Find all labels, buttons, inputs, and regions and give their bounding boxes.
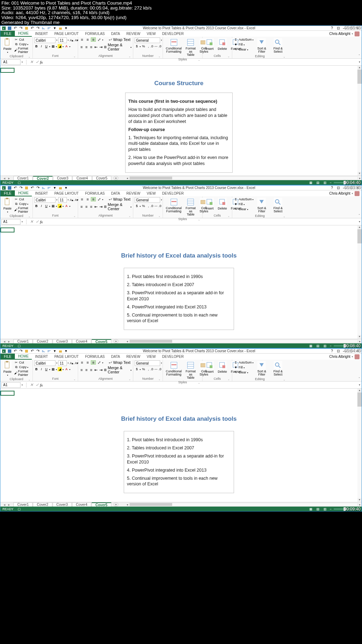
number-format-selector[interactable]: General	[135, 360, 160, 366]
underline-button[interactable]: U	[44, 44, 48, 48]
qat-undo-icon[interactable]: ↶	[13, 186, 17, 190]
user-avatar[interactable]	[355, 31, 360, 36]
fill-button[interactable]: ▼Fill▾	[234, 365, 253, 370]
tab-data[interactable]: DATA	[108, 190, 123, 196]
sheet-tab-cover3[interactable]: Cover3	[53, 339, 72, 344]
qat-dropdown-icon[interactable]: ▾	[64, 349, 68, 353]
view-page-break-icon[interactable]: ▥	[322, 507, 327, 511]
vertical-scrollbar[interactable]: ▴ ▾	[357, 66, 362, 176]
ribbon-display-options-icon[interactable]: ⊡	[336, 26, 340, 30]
conditional-formatting-button[interactable]: Conditional Formatting	[164, 360, 183, 377]
tab-formulas[interactable]: FORMULAS	[82, 190, 108, 196]
align-right-icon[interactable]: ≡	[89, 368, 93, 372]
percent-icon[interactable]: %	[141, 204, 146, 208]
increase-indent-icon[interactable]: ⇥	[99, 205, 103, 209]
format-as-table-button[interactable]: Format as Table	[184, 360, 197, 380]
italic-button[interactable]: I	[39, 44, 43, 48]
align-center-icon[interactable]: ≡	[84, 368, 89, 372]
view-normal-icon[interactable]: ▦	[308, 344, 313, 348]
horizontal-scrollbar[interactable]: ◂ ▸	[125, 339, 362, 343]
qat-redo-icon[interactable]: ↷	[19, 26, 23, 30]
qat-sort-desc-icon[interactable]	[47, 349, 51, 353]
qat-save-icon[interactable]	[7, 349, 12, 353]
help-button[interactable]: ?	[330, 349, 334, 353]
qat-undo-icon[interactable]: ↶	[13, 26, 17, 30]
increase-decimal-icon[interactable]: .0→	[151, 204, 156, 208]
underline-button[interactable]: U	[44, 204, 48, 208]
qat-btn2[interactable]: ▾	[53, 349, 57, 353]
delete-cells-button[interactable]: Delete	[216, 360, 228, 374]
conditional-formatting-button[interactable]: Conditional Formatting	[164, 197, 183, 214]
clear-button[interactable]: ✎Clear▾	[234, 207, 253, 211]
qat-sort-asc-icon[interactable]	[41, 26, 46, 30]
format-as-table-button[interactable]: Format as Table	[184, 37, 197, 57]
orientation-icon[interactable]: ⤢	[97, 37, 101, 42]
tab-developer[interactable]: DEVELOPER	[159, 190, 187, 196]
accounting-icon[interactable]: $	[135, 44, 139, 48]
tab-insert[interactable]: INSERT	[32, 354, 51, 360]
increase-font-icon[interactable]: A▴	[70, 38, 74, 42]
underline-button[interactable]: U	[44, 367, 48, 371]
sheet-tab-cover2[interactable]: Cover2	[33, 502, 52, 507]
vscroll-thumb[interactable]	[357, 392, 362, 407]
tab-page-layout[interactable]: PAGE LAYOUT	[51, 190, 82, 196]
font-size-selector[interactable]: 11	[58, 197, 67, 203]
autosum-button[interactable]: ΣAutoSum▾	[234, 197, 253, 201]
view-page-break-icon[interactable]: ▥	[322, 181, 327, 184]
tab-developer[interactable]: DEVELOPER	[159, 31, 187, 37]
autosum-button[interactable]: ΣAutoSum▾	[234, 360, 253, 365]
qat-redo2-icon[interactable]: ↷	[36, 349, 40, 353]
view-page-layout-icon[interactable]: ▤	[315, 507, 320, 511]
wrap-text-button[interactable]: Wrap Text	[113, 37, 130, 42]
qat-btn[interactable]	[24, 349, 29, 353]
tab-home[interactable]: HOME	[15, 31, 32, 37]
scroll-down-icon[interactable]: ▾	[357, 498, 362, 502]
tab-nav-prev-icon[interactable]: ▸	[7, 176, 11, 180]
fx-icon[interactable]: fx	[40, 220, 46, 224]
clear-button[interactable]: ✎Clear▾	[234, 47, 253, 52]
autosum-button[interactable]: ΣAutoSum▾	[234, 37, 253, 42]
user-dropdown-icon[interactable]: ▾	[352, 192, 353, 195]
worksheet-area[interactable]: Course Structure This course (first in t…	[0, 66, 362, 176]
font-color-icon[interactable]: A	[64, 367, 69, 371]
qat-redo2-icon[interactable]: ↷	[36, 26, 40, 30]
cut-button[interactable]: ✂Cut	[14, 37, 31, 42]
italic-button[interactable]: I	[39, 204, 43, 208]
borders-icon[interactable]: ▦	[51, 44, 55, 48]
tab-nav-first-icon[interactable]: ◂	[2, 176, 6, 180]
hscroll-track[interactable]	[129, 339, 358, 343]
collapse-ribbon-icon[interactable]: ˄	[358, 54, 360, 58]
view-page-break-icon[interactable]: ▥	[322, 344, 327, 348]
qat-btn[interactable]	[24, 186, 29, 190]
number-format-selector[interactable]: General	[135, 197, 160, 203]
help-button[interactable]: ?	[330, 186, 334, 190]
decrease-indent-icon[interactable]: ⇤	[94, 45, 98, 49]
tab-view[interactable]: VIEW	[144, 190, 159, 196]
user-name[interactable]: Chris Albright	[329, 191, 350, 195]
format-painter-button[interactable]: 🖌Format Painter	[14, 206, 31, 213]
sheet-tab-cover2[interactable]: Cover2	[33, 339, 52, 344]
name-box-dropdown-icon[interactable]: ▾	[21, 220, 24, 223]
paste-button[interactable]: Paste▾	[2, 197, 13, 214]
scroll-right-icon[interactable]: ▸	[358, 340, 362, 343]
tab-nav-first-icon[interactable]: ◂	[2, 339, 6, 343]
fx-icon[interactable]: fx	[40, 383, 46, 387]
scroll-left-icon[interactable]: ◂	[125, 340, 129, 343]
decrease-decimal-icon[interactable]: ←.0	[156, 204, 160, 208]
orientation-icon[interactable]: ⤢	[97, 360, 101, 365]
number-format-dropdown-icon[interactable]: ▾	[161, 39, 162, 42]
tab-review[interactable]: REVIEW	[123, 354, 143, 360]
view-normal-icon[interactable]: ▦	[308, 507, 313, 511]
tab-formulas[interactable]: FORMULAS	[82, 354, 108, 360]
align-center-icon[interactable]: ≡	[84, 45, 89, 49]
tab-home[interactable]: HOME	[15, 190, 32, 196]
scroll-right-icon[interactable]: ▸	[358, 177, 362, 180]
file-tab[interactable]: FILE	[0, 354, 15, 360]
cut-button[interactable]: ✂Cut	[14, 197, 31, 201]
macro-record-icon[interactable]: ▢	[18, 181, 21, 184]
horizontal-scrollbar[interactable]: ◂ ▸	[125, 176, 362, 180]
fill-button[interactable]: ▼Fill▾	[234, 42, 253, 47]
paste-button[interactable]: Paste▾	[2, 360, 13, 377]
wrap-text-button[interactable]: Wrap Text	[113, 360, 130, 365]
scroll-left-icon[interactable]: ◂	[125, 503, 129, 506]
